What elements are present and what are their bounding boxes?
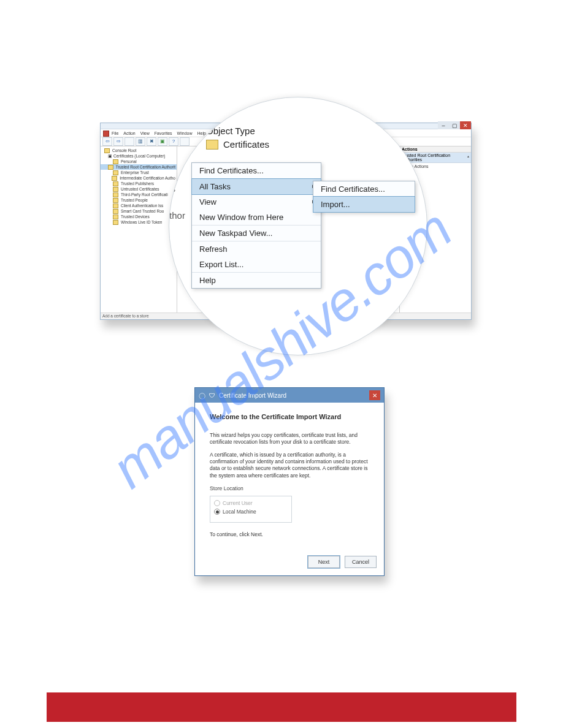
tree-root[interactable]: Console Root (101, 148, 177, 153)
folder-icon (113, 209, 118, 214)
store-location-group: Current User Local Machine (210, 496, 292, 523)
forward-icon[interactable]: ⇨ (113, 137, 123, 146)
submenu-import[interactable]: Import... (313, 196, 415, 213)
magnifier-circle: Object Type Certificates es orities n Au… (169, 97, 427, 355)
tree-item[interactable]: Enterprise Trust (101, 170, 177, 175)
folder-icon (113, 181, 118, 186)
next-button[interactable]: Next (308, 556, 340, 568)
wizard-dialog: ◯ 🛡 Certificate Import Wizard ✕ Welcome … (194, 387, 385, 576)
minimize-button[interactable]: – (438, 121, 449, 129)
store-location-label: Store Location (210, 485, 369, 492)
radio-current-user[interactable]: Current User (214, 500, 288, 507)
tree-item[interactable]: Personal (101, 159, 177, 164)
menu-item[interactable]: Action (123, 131, 135, 135)
folder-icon (108, 165, 113, 170)
maximize-button[interactable]: ▢ (449, 121, 460, 129)
menu-new-taskpad[interactable]: New Taskpad View... (192, 226, 321, 241)
folder-icon (104, 148, 110, 153)
wizard-titlebar: ◯ 🛡 Certificate Import Wizard ✕ (195, 388, 384, 403)
tree-item[interactable]: Intermediate Certification Autho (101, 175, 177, 181)
radio-icon (214, 500, 220, 506)
toolbar-button[interactable]: ▥ (136, 137, 145, 146)
tree-item[interactable]: Trusted Publishers (101, 181, 177, 186)
tree-item[interactable]: Untrusted Certificates (101, 186, 177, 192)
window-caption-buttons: – ▢ ✕ (438, 121, 471, 129)
close-button[interactable]: ✕ (369, 390, 380, 400)
chevron-up-icon: ▴ (467, 154, 469, 158)
menu-help[interactable]: Help (192, 273, 321, 288)
wizard-continue-text: To continue, click Next. (210, 531, 369, 538)
back-icon[interactable]: ⇦ (102, 137, 112, 146)
radio-local-machine[interactable]: Local Machine (214, 509, 288, 515)
cancel-button[interactable]: Cancel (345, 556, 377, 568)
menu-item[interactable]: View (140, 131, 150, 135)
folder-icon (113, 220, 118, 225)
toolbar-button[interactable] (180, 137, 190, 146)
folder-icon (112, 176, 117, 181)
actions-header: Actions (400, 146, 471, 153)
help-icon[interactable]: ? (169, 137, 178, 146)
menu-refresh[interactable]: Refresh (192, 241, 321, 257)
close-button[interactable]: ✕ (460, 121, 471, 129)
wizard-heading: Welcome to the Certificate Import Wizard (210, 412, 369, 421)
toolbar-button[interactable]: ✖ (147, 137, 156, 146)
folder-icon (113, 159, 118, 164)
actions-selected[interactable]: Trusted Root Certification Authorities▴ (400, 153, 471, 163)
folder-icon (206, 140, 218, 150)
wizard-title-text: Certificate Import Wizard (219, 392, 286, 399)
folder-icon (113, 192, 118, 197)
tree-item[interactable]: Trusted People (101, 197, 177, 203)
tree-item[interactable]: Smart Card Trusted Roo (101, 208, 177, 214)
folder-icon (113, 214, 118, 219)
context-submenu: Find Certificates... Import... (313, 181, 415, 213)
list-item[interactable]: Certificates (206, 139, 269, 150)
folder-icon (113, 198, 118, 203)
tree-item-selected[interactable]: Trusted Root Certification Authorit (101, 164, 177, 170)
menu-find-certificates[interactable]: Find Certificates... (192, 163, 321, 179)
menu-item[interactable]: File (112, 131, 118, 135)
footer-bar (47, 692, 516, 722)
radio-icon (214, 509, 220, 515)
context-menu: Find Certificates... All Tasks View New … (191, 162, 321, 289)
menu-item[interactable]: Favorites (155, 131, 172, 135)
tree-item[interactable]: Trusted Devices (101, 214, 177, 219)
tree-item[interactable]: Client Authentication Iss (101, 203, 177, 208)
submenu-find-certificates[interactable]: Find Certificates... (313, 181, 415, 197)
menu-export-list[interactable]: Export List... (192, 257, 321, 273)
shield-icon: 🛡 (209, 392, 215, 399)
menu-all-tasks[interactable]: All Tasks (191, 178, 321, 195)
tree-item[interactable]: Third-Party Root Certificati (101, 192, 177, 197)
wizard-paragraph: A certificate, which is issued by a cert… (210, 452, 369, 479)
toolbar-button[interactable] (124, 137, 134, 146)
menu-view[interactable]: View (192, 194, 321, 210)
menu-item[interactable]: Window (177, 131, 193, 135)
wizard-paragraph: This wizard helps you copy certificates,… (210, 432, 369, 446)
back-icon[interactable]: ◯ (199, 392, 205, 399)
toolbar-button[interactable]: ▣ (158, 137, 167, 146)
menu-new-window[interactable]: New Window from Here (192, 210, 321, 226)
folder-icon (113, 187, 118, 192)
tree-item[interactable]: Windows Live ID Token (101, 219, 177, 225)
folder-icon (113, 203, 118, 208)
folder-icon (113, 170, 118, 175)
tree-cert-root[interactable]: ▣ Certificates (Local Computer) (101, 153, 177, 159)
tree-panel: Console Root ▣ Certificates (Local Compu… (101, 146, 177, 315)
menu-item[interactable]: Help (197, 131, 206, 135)
tree-fragment: n Author (169, 210, 185, 221)
